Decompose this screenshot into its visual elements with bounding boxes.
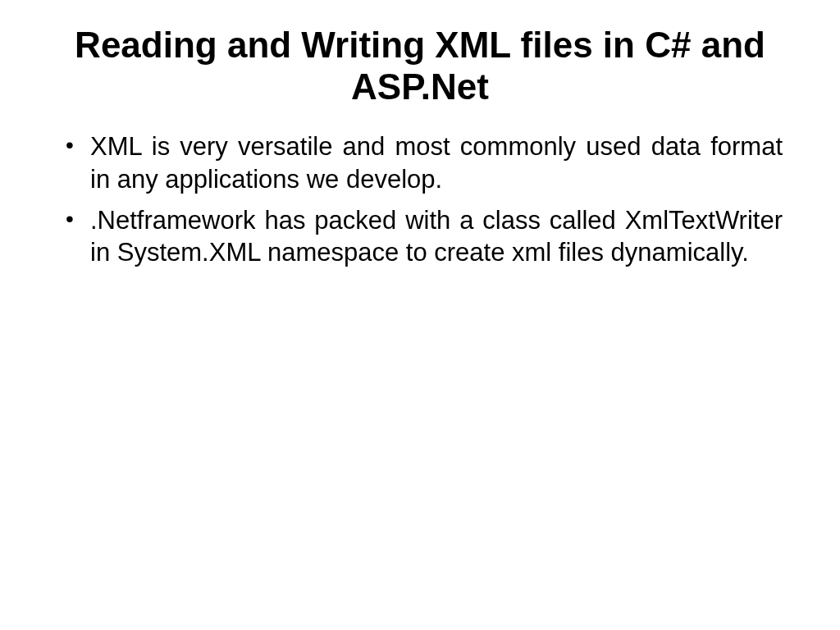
- bullet-list: XML is very versatile and most commonly …: [57, 130, 783, 269]
- slide-title: Reading and Writing XML files in C# and …: [57, 25, 783, 107]
- bullet-item: XML is very versatile and most commonly …: [57, 130, 783, 195]
- bullet-item: .Netframework has packed with a class ca…: [57, 204, 783, 269]
